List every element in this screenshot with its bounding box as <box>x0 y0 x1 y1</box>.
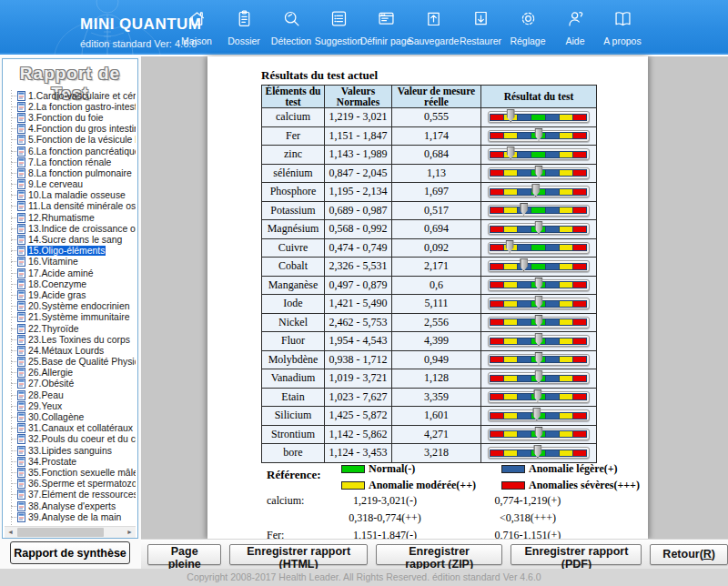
tree-item[interactable]: 22.Thyroïde <box>5 323 136 334</box>
reference-element-label: calcium: <box>267 494 304 508</box>
scrollbar-thumb[interactable] <box>17 528 104 537</box>
tree-item[interactable]: 9.Le cerveau <box>5 179 136 190</box>
table-row: Nickel 2,462 - 5,753 2,556 <box>262 313 597 332</box>
measured-value: 0,555 <box>392 108 481 127</box>
tree-item[interactable]: 28.Peau <box>5 389 136 400</box>
element-name: calcium <box>262 108 325 127</box>
tree-item[interactable]: 2.La fonction gastro-intestinale <box>5 101 136 112</box>
tree-item[interactable]: 23.Les Toxines du corps <box>5 334 136 345</box>
tree-item-label: 15.Oligo-éléments <box>27 246 106 256</box>
nav-definir-page[interactable]: Définir page <box>362 0 410 55</box>
tree-item[interactable]: 34.Prostate <box>5 456 136 467</box>
tree-item[interactable]: 6.La fonction pancréatique <box>5 146 136 157</box>
synthese-report-button[interactable]: Rapport de synthèse <box>10 541 130 564</box>
tree-item[interactable]: 4.Fonction du gros intestin <box>5 124 136 135</box>
tree-item[interactable]: 32.Pouls du coeur et du cerveau <box>5 434 136 445</box>
nav-suggestion[interactable]: Suggestion <box>315 0 362 55</box>
tree-item[interactable]: 21.Système immunitaire <box>5 312 136 323</box>
tree-item[interactable]: 7.La fonction rénale <box>5 157 136 167</box>
tree-item[interactable]: 16.Vitamine <box>5 257 136 268</box>
result-bar-cell <box>481 183 597 202</box>
tree-item[interactable]: 14.Sucre dans le sang <box>5 234 136 245</box>
tree-item[interactable]: 13.Indice de croissance osseuse <box>5 223 136 234</box>
home-icon <box>187 9 207 32</box>
nav-label: Maison <box>181 35 212 46</box>
measured-value: 0,517 <box>392 201 481 220</box>
tree-item[interactable]: 36.Sperme et spermatozoïdes <box>5 479 136 490</box>
tree-item[interactable]: 17.Acide aminé <box>5 268 136 278</box>
tree-item[interactable]: 35.Fonction sexuelle mâle <box>5 467 136 478</box>
nav-sauvegarde[interactable]: Sauvegarde <box>410 0 457 55</box>
sidebar-horizontal-scrollbar[interactable]: ◄ ► <box>5 526 136 538</box>
tree-item[interactable]: 25.Base de Qualité Physique <box>5 357 136 368</box>
save-html-button[interactable]: Enregistrer rapport (HTML) <box>229 544 367 565</box>
measured-value: 4,399 <box>392 332 481 351</box>
tree-item[interactable]: 27.Obésité <box>5 379 136 389</box>
nav-detection[interactable]: Détection <box>268 0 315 55</box>
col-normal: Valeurs Normales <box>325 86 392 108</box>
reference-range: 0,774-1,219(+) <box>455 494 601 508</box>
help-person-icon <box>566 9 585 32</box>
result-bar <box>488 111 590 123</box>
tree-item[interactable]: 10.La maladie osseuse <box>5 190 136 201</box>
tree-item[interactable]: 33.Lipides sanguins <box>5 445 136 456</box>
report-page: Résultats du test actuel Éléments du tes… <box>207 56 648 539</box>
nav-reglage[interactable]: Réglage <box>504 0 551 55</box>
table-header-row: Éléments du test Valeurs Normales Valeur… <box>262 86 597 108</box>
tree-item[interactable]: 26.Allergie <box>5 368 136 379</box>
save-pdf-button[interactable]: Enregistrer rapport (PDF) <box>511 544 642 565</box>
nav-a-propos[interactable]: A propos <box>599 0 646 55</box>
normal-range: 1,023 - 7,627 <box>325 388 392 407</box>
document-icon <box>17 224 25 234</box>
tree-item[interactable]: 19.Acide gras <box>5 289 136 300</box>
tree-item-label: 39.Analyse de la main <box>27 512 122 522</box>
tree-item[interactable]: 1.Cardio-vasculaire et cérébro-vasculair… <box>5 90 136 101</box>
document-icon <box>17 235 25 245</box>
nav-dossier[interactable]: Dossier <box>220 0 268 55</box>
moderate-anomaly-color-swatch <box>341 481 365 490</box>
back-button[interactable]: Retour(R) <box>650 544 728 565</box>
document-icon <box>17 157 25 167</box>
nav-aide[interactable]: Aide <box>551 0 599 55</box>
scroll-right-arrow-icon[interactable]: ► <box>124 527 136 538</box>
table-row: Fluor 1,954 - 4,543 4,399 <box>262 332 597 351</box>
gear-icon <box>519 9 538 32</box>
tree-item[interactable]: 29.Yeux <box>5 400 136 411</box>
tree-item[interactable]: 31.Canaux et collatéraux <box>5 423 136 434</box>
tree-item[interactable]: 38.Analyse d'experts <box>5 500 136 511</box>
result-bar-cell <box>481 444 597 463</box>
full-page-button[interactable]: Page pleine <box>147 544 221 565</box>
table-row: Vanadium 1,019 - 3,721 1,128 <box>262 369 597 389</box>
tree-item[interactable]: 18.Coenzyme <box>5 278 136 289</box>
tree-item[interactable]: 15.Oligo-éléments <box>5 246 136 257</box>
result-bar <box>488 409 590 421</box>
tree-item[interactable]: 37.Élément de ressources humaines <box>5 490 136 500</box>
measured-value: 1,13 <box>392 164 481 183</box>
tree-item[interactable]: 8.La fonction pulmonaire <box>5 167 136 178</box>
element-name: Strontium <box>262 425 325 444</box>
col-elements: Éléments du test <box>262 86 325 108</box>
normal-range: 2,326 - 5,531 <box>325 258 392 277</box>
download-box-icon <box>471 9 490 32</box>
scroll-left-arrow-icon[interactable]: ◄ <box>5 527 16 538</box>
tree-item[interactable]: 39.Analyse de la main <box>5 511 136 522</box>
table-row: Silicium 1,425 - 5,872 1,601 <box>262 407 597 426</box>
tree-item[interactable]: 11.La densité minérale osseuse <box>5 201 136 212</box>
tree-item[interactable]: 24.Métaux Lourds <box>5 345 136 356</box>
upload-box-icon <box>424 9 443 32</box>
tree-item[interactable]: 5.Fonction de la vésicule biliaire <box>5 135 136 146</box>
tree-item[interactable]: 12.Rhumatisme <box>5 212 136 223</box>
tree-item[interactable]: 3.Fonction du foie <box>5 112 136 123</box>
nav-restaurer[interactable]: Restaurer <box>457 0 504 55</box>
document-icon <box>17 357 25 367</box>
magnifier-icon <box>282 9 301 32</box>
tree-item[interactable]: 30.Collagène <box>5 411 136 422</box>
normal-range: 1,124 - 3,453 <box>325 444 392 463</box>
result-bar-cell <box>481 295 597 314</box>
nav-maison[interactable]: Maison <box>173 0 220 55</box>
document-icon <box>17 423 25 433</box>
report-preview-area: Résultats du test actuel Éléments du tes… <box>141 56 728 539</box>
tree-item[interactable]: 20.Système endocrinien <box>5 301 136 312</box>
save-zip-button[interactable]: Enregistrer rapport (ZIP) <box>376 544 503 565</box>
tree-item-label: 19.Acide gras <box>27 290 87 300</box>
